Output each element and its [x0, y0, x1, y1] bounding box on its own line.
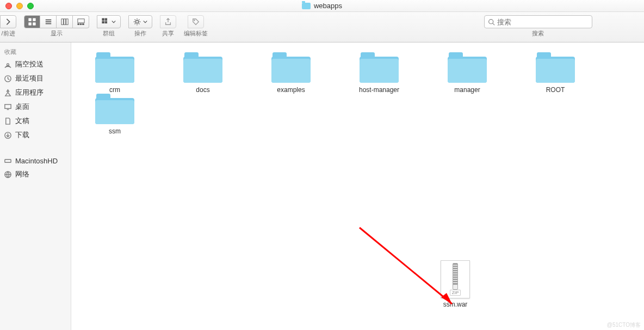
svg-rect-24 — [4, 104, 10, 108]
forward-button[interactable] — [0, 15, 16, 28]
folder-icon — [271, 52, 311, 83]
sidebar-item-airdrop[interactable]: 隔空投送 — [0, 57, 71, 71]
grid-small-icon — [102, 18, 109, 26]
share-group: 共享 — [160, 15, 176, 38]
nav-group: /前进 — [0, 15, 16, 38]
chevron-down-icon — [143, 20, 147, 23]
group-group: 群组 — [97, 15, 121, 38]
icon-view-button[interactable] — [24, 15, 40, 28]
folder-label: docs — [196, 86, 209, 94]
zipper-icon — [453, 263, 458, 287]
svg-rect-10 — [77, 19, 84, 23]
content-area[interactable]: crm docs examples host-manager manager R… — [71, 42, 644, 330]
search-input[interactable] — [497, 18, 589, 26]
doc-icon — [3, 117, 12, 125]
sidebar-item-macintoshhd[interactable]: MacintoshHD — [0, 154, 71, 167]
folder-item[interactable]: manager — [442, 52, 492, 94]
folder-item[interactable]: docs — [178, 52, 228, 94]
clock-icon — [3, 74, 12, 83]
sidebar-favorites-header: 收藏 — [0, 46, 71, 57]
folder-item[interactable]: ROOT — [530, 52, 580, 94]
svg-rect-16 — [102, 21, 104, 23]
window-title: webapps — [302, 2, 342, 10]
tag-icon — [192, 18, 200, 26]
list-view-button[interactable] — [40, 15, 57, 28]
svg-rect-11 — [77, 24, 79, 25]
view-label: 显示 — [51, 29, 63, 38]
folder-icon — [448, 52, 487, 83]
svg-rect-1 — [33, 19, 35, 21]
sidebar-item-applications[interactable]: 应用程序 — [0, 85, 71, 100]
list-icon — [45, 18, 52, 26]
search-label: 搜索 — [532, 29, 544, 38]
sidebar-item-label: MacintoshHD — [15, 157, 58, 165]
svg-point-20 — [488, 19, 493, 23]
sidebar-item-label: 网络 — [15, 169, 29, 179]
folder-label: manager — [454, 86, 480, 94]
gallery-view-button[interactable] — [73, 15, 89, 28]
sidebar-item-downloads[interactable]: 下载 — [0, 128, 71, 142]
sidebar-item-network[interactable]: 网络 — [0, 167, 71, 181]
icon-grid: crm docs examples host-manager manager R… — [71, 42, 644, 330]
svg-rect-13 — [82, 24, 84, 25]
folder-label: crm — [109, 86, 120, 94]
download-icon — [3, 131, 12, 139]
window-controls — [0, 3, 34, 9]
file-label: ssm.war — [443, 301, 468, 308]
sidebar-item-documents[interactable]: 文稿 — [0, 114, 71, 128]
chevron-right-icon — [4, 18, 12, 26]
tags-label: 编辑标签 — [184, 29, 208, 38]
chevron-down-icon — [112, 20, 116, 23]
folder-icon — [95, 94, 134, 124]
svg-point-22 — [7, 63, 9, 65]
zoom-window-button[interactable] — [27, 3, 34, 9]
apps-icon — [3, 88, 12, 97]
svg-rect-2 — [29, 23, 31, 25]
close-window-button[interactable] — [5, 3, 12, 9]
folder-label: ROOT — [546, 86, 565, 94]
svg-rect-3 — [33, 23, 35, 25]
sidebar-item-recents[interactable]: 最近项目 — [0, 71, 71, 85]
svg-rect-8 — [64, 19, 66, 25]
folder-icon — [302, 3, 311, 9]
sidebar-item-desktop[interactable]: 桌面 — [0, 100, 71, 114]
airdrop-icon — [3, 60, 12, 69]
svg-rect-12 — [80, 24, 82, 25]
edit-tags-button[interactable] — [188, 15, 204, 28]
titlebar: webapps — [0, 0, 644, 12]
file-item[interactable]: ZIP ssm.war — [430, 260, 480, 308]
sidebar-item-label: 应用程序 — [15, 88, 44, 97]
folder-item[interactable]: crm — [90, 52, 140, 94]
svg-point-19 — [194, 20, 195, 21]
search-group: 搜索 — [437, 15, 639, 38]
svg-rect-14 — [102, 19, 104, 21]
action-menu-button[interactable] — [128, 15, 152, 28]
nav-label: /前进 — [1, 29, 15, 38]
toolbar: /前进 显示 群组 — [0, 12, 644, 42]
grid-icon — [28, 18, 36, 26]
search-box[interactable] — [484, 15, 592, 28]
group-by-button[interactable] — [97, 15, 121, 28]
folder-icon — [536, 52, 575, 83]
folder-item[interactable]: host-manager — [354, 52, 404, 94]
column-view-button[interactable] — [57, 15, 73, 28]
folder-label: host-manager — [359, 86, 399, 94]
sidebar-item-label: 最近项目 — [15, 74, 44, 83]
svg-rect-7 — [61, 19, 63, 25]
share-button[interactable] — [160, 15, 176, 28]
main: 收藏 隔空投送 最近项目 应用程序 桌面 文稿 下载 Macintosh — [0, 42, 644, 330]
svg-rect-9 — [66, 19, 68, 25]
view-group: 显示 — [24, 15, 89, 38]
desktop-icon — [3, 102, 12, 111]
folder-icon — [95, 52, 134, 83]
minimize-window-button[interactable] — [16, 3, 23, 9]
folder-item[interactable]: ssm — [90, 94, 140, 135]
zip-file-icon: ZIP — [441, 260, 470, 298]
folder-icon — [360, 52, 399, 83]
disk-icon — [3, 156, 12, 165]
share-icon — [164, 18, 172, 26]
zip-badge: ZIP — [450, 290, 461, 296]
columns-icon — [61, 18, 69, 26]
folder-item[interactable]: examples — [266, 52, 316, 94]
svg-line-21 — [492, 23, 494, 25]
